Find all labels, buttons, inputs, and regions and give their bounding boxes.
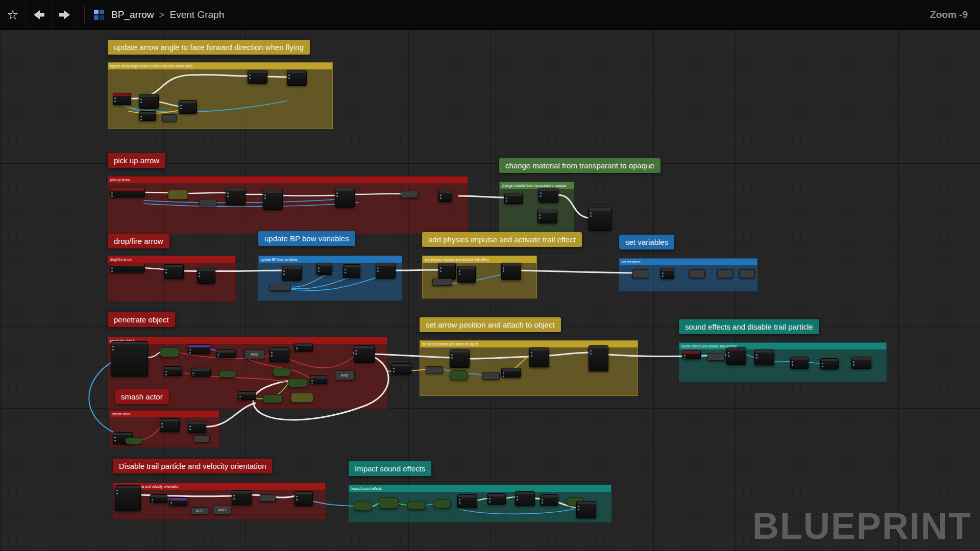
graph-node[interactable]	[537, 210, 557, 223]
graph-node[interactable]	[179, 100, 197, 114]
graph-node[interactable]	[238, 391, 256, 400]
forward-button[interactable]	[52, 0, 78, 30]
graph-node[interactable]	[110, 188, 145, 197]
graph-node[interactable]	[354, 345, 375, 363]
graph-node[interactable]	[433, 499, 451, 508]
graph-node[interactable]	[270, 347, 289, 362]
comment-title-pick-up-arrow[interactable]: pick up arrow	[108, 153, 165, 168]
graph-node[interactable]	[248, 70, 267, 84]
graph-node[interactable]	[354, 501, 372, 511]
comment-title-add-physics-impulse[interactable]: add physics impulse and activate trail e…	[422, 232, 582, 247]
graph-node[interactable]	[219, 370, 236, 378]
graph-node[interactable]	[232, 490, 252, 505]
comment-title-impact-sound-effects[interactable]: Impact sound effects	[349, 461, 431, 476]
graph-node[interactable]	[139, 94, 159, 109]
comment-title-penetrate-object[interactable]: penetrate object	[108, 312, 175, 327]
graph-node[interactable]	[164, 366, 182, 376]
graph-node[interactable]	[194, 435, 210, 442]
graph-node[interactable]	[589, 345, 608, 371]
graph-node[interactable]	[343, 264, 360, 278]
graph-node[interactable]	[188, 421, 206, 433]
graph-node[interactable]	[576, 501, 596, 518]
graph-node[interactable]	[310, 375, 327, 384]
graph-node[interactable]: AND	[335, 370, 355, 380]
graph-node[interactable]	[263, 394, 283, 403]
comment-title-update-bp-bow-variables[interactable]: update BP bow variables	[258, 231, 355, 246]
graph-node[interactable]	[589, 208, 611, 231]
graph-node[interactable]	[160, 418, 180, 432]
graph-node[interactable]	[376, 263, 396, 279]
graph-node[interactable]	[150, 494, 167, 503]
graph-node[interactable]	[162, 114, 177, 121]
graph-node[interactable]	[335, 188, 355, 208]
graph-node[interactable]	[197, 268, 215, 284]
graph-node[interactable]	[538, 188, 558, 203]
graph-node[interactable]: NOT	[191, 507, 208, 514]
graph-node[interactable]	[287, 70, 307, 86]
graph-node[interactable]	[482, 372, 500, 380]
graph-node[interactable]	[226, 188, 246, 205]
graph-node[interactable]	[450, 349, 470, 368]
graph-node[interactable]	[263, 190, 283, 210]
graph-node[interactable]	[515, 491, 535, 506]
graph-node[interactable]	[115, 485, 141, 511]
graph-node[interactable]	[111, 341, 148, 377]
graph-node[interactable]	[540, 494, 558, 506]
comment-title-change-material[interactable]: change material from transparant to opaq…	[499, 158, 660, 173]
graph-node[interactable]	[529, 347, 549, 367]
graph-node[interactable]	[501, 368, 521, 378]
graph-node[interactable]	[191, 368, 211, 377]
graph-node[interactable]	[689, 269, 705, 278]
graph-node[interactable]	[660, 268, 674, 279]
graph-node[interactable]	[273, 368, 291, 377]
graph-node[interactable]	[270, 285, 291, 291]
graph-node[interactable]	[113, 93, 131, 105]
graph-node[interactable]	[282, 266, 302, 281]
graph-node[interactable]	[169, 497, 187, 506]
graph-node[interactable]	[504, 193, 523, 204]
graph-node[interactable]	[632, 269, 648, 278]
graph-node[interactable]	[295, 491, 313, 506]
graph-node[interactable]	[260, 494, 276, 502]
graph-node[interactable]	[110, 263, 145, 272]
graph-node[interactable]	[379, 497, 399, 509]
graph-node[interactable]	[291, 393, 313, 403]
comment-title-disable-trail-particle[interactable]: Disable trail particle and velocity orie…	[113, 459, 272, 473]
graph-node[interactable]	[457, 266, 476, 283]
graph-node[interactable]	[160, 347, 180, 357]
graph-node[interactable]	[726, 347, 746, 365]
graph-node[interactable]	[295, 343, 313, 352]
comment-title-drop-fire-arrow[interactable]: drop/fire arrow	[108, 234, 169, 248]
graph-node[interactable]	[125, 437, 142, 444]
graph-node[interactable]	[450, 370, 468, 380]
graph-node[interactable]	[188, 344, 210, 354]
graph-node[interactable]: AND	[244, 349, 264, 359]
graph-node[interactable]	[426, 366, 443, 373]
graph-node[interactable]	[407, 501, 426, 510]
comment-title-set-variables[interactable]: set variables	[619, 235, 674, 249]
graph-node[interactable]	[739, 269, 755, 278]
graph-node[interactable]	[707, 354, 725, 361]
graph-node[interactable]	[682, 350, 701, 359]
graph-node[interactable]	[457, 494, 477, 508]
graph-node[interactable]	[139, 111, 156, 121]
graph-node[interactable]	[790, 357, 808, 369]
graph-node[interactable]: AND	[213, 506, 231, 514]
graph-node[interactable]	[438, 263, 456, 280]
back-button[interactable]	[26, 0, 52, 30]
graph-node[interactable]	[164, 264, 184, 279]
graph-node[interactable]	[820, 358, 839, 369]
graph-node[interactable]	[487, 493, 506, 505]
graph-node[interactable]	[199, 199, 216, 206]
graph-node[interactable]	[391, 363, 411, 374]
comment-title-set-arrow-position[interactable]: set arrow position and attach to object	[420, 317, 561, 332]
graph-node[interactable]	[216, 349, 236, 358]
graph-node[interactable]	[851, 357, 871, 369]
breadcrumb-root[interactable]: BP_arrow	[111, 9, 154, 20]
comment-change-material[interactable]: change material from transparant to opaq…	[499, 182, 574, 234]
graph-canvas[interactable]: update arrow angle to face forward direc…	[0, 0, 980, 551]
graph-node[interactable]	[501, 263, 521, 280]
comment-title-smash-actor[interactable]: smash actor	[115, 389, 169, 404]
comment-title-update-arrow-angle[interactable]: update arrow angle to face forward direc…	[108, 40, 310, 55]
comment-title-sound-effects-disable-trail[interactable]: sound effects and disable trail particle	[679, 319, 819, 334]
